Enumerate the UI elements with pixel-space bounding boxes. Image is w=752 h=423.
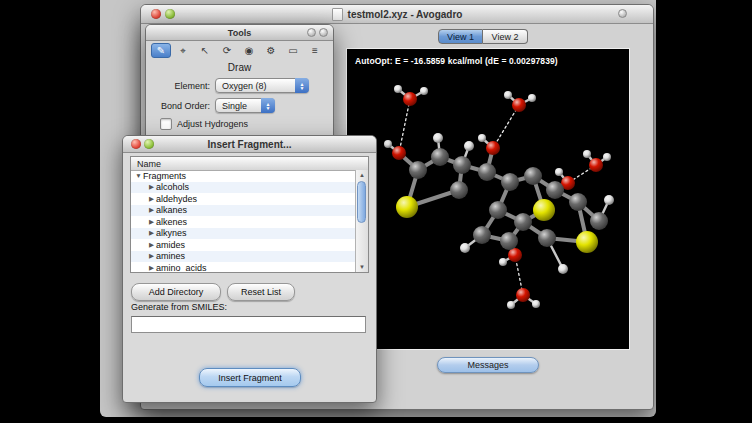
bond-order-dropdown-value: Single	[222, 101, 247, 111]
view-tabbar: View 1 View 2	[438, 29, 528, 44]
window-title: testmol2.xyz - Avogadro	[348, 9, 463, 20]
messages-button[interactable]: Messages	[437, 357, 539, 373]
auto-optimize-tool-icon: ⚙	[267, 45, 276, 56]
reset-list-button[interactable]: Reset List	[227, 283, 295, 301]
smiles-input[interactable]	[131, 316, 366, 333]
disclosure-triangle-icon[interactable]: ▶	[147, 252, 156, 260]
tab-view-2-label: View 2	[492, 32, 519, 42]
adjust-hydrogens-checkbox[interactable]	[160, 118, 172, 130]
molecule-render	[347, 49, 629, 349]
close-button[interactable]	[151, 9, 161, 19]
disclosure-triangle-icon[interactable]: ▶	[147, 218, 156, 226]
tab-view-2[interactable]: View 2	[483, 29, 528, 44]
tools-window: Tools ✎⌖↖⟳◉⚙▭≡ Draw Element: Oxygen (8) …	[145, 24, 334, 140]
tree-item-aldehydes[interactable]: ▶aldehydes	[131, 193, 355, 205]
tree-item-amides[interactable]: ▶amides	[131, 239, 355, 251]
element-dropdown[interactable]: Oxygen (8) ▲▼	[215, 78, 309, 93]
element-dropdown-value: Oxygen (8)	[222, 81, 267, 91]
minimize-button[interactable]	[165, 9, 175, 19]
fragment-window-title: Insert Fragment...	[208, 139, 292, 150]
tools-window-titlebar[interactable]: Tools	[146, 25, 333, 41]
auto-rotate-tool-icon: ⟳	[223, 45, 231, 56]
fragment-listbox: Name ▼Fragments▶alcohols▶aldehydes▶alkan…	[130, 156, 369, 273]
tree-item-alkynes[interactable]: ▶alkynes	[131, 228, 355, 240]
document-icon	[332, 8, 343, 21]
insert-fragment-button[interactable]: Insert Fragment	[199, 368, 301, 387]
draw-tool-button[interactable]: ✎	[151, 43, 171, 58]
list-header-name[interactable]: Name	[131, 157, 368, 171]
navigate-tool-icon: ⌖	[180, 45, 186, 57]
dropdown-arrows-icon: ▲▼	[261, 98, 275, 113]
main-window-titlebar[interactable]: testmol2.xyz - Avogadro	[141, 5, 653, 24]
tree-item-amines[interactable]: ▶amines	[131, 251, 355, 263]
tab-view-1-label: View 1	[447, 32, 474, 42]
minimize-button[interactable]	[144, 139, 154, 149]
tree-item-alcohols[interactable]: ▶alcohols	[131, 182, 355, 194]
tree-item-amino_acids[interactable]: ▶amino_acids	[131, 262, 355, 273]
navigate-tool-button[interactable]: ⌖	[173, 43, 193, 58]
tree-item-alkenes[interactable]: ▶alkenes	[131, 216, 355, 228]
tree-item-label: alcohols	[156, 182, 189, 192]
disclosure-triangle-icon[interactable]: ▼	[134, 172, 143, 179]
scroll-down-icon[interactable]: ▼	[356, 262, 368, 272]
insert-fragment-label: Insert Fragment	[218, 373, 282, 383]
add-directory-label: Add Directory	[149, 287, 204, 297]
draw-tool-icon: ✎	[157, 45, 165, 56]
messages-button-label: Messages	[467, 360, 508, 370]
measure-tool-icon: ▭	[288, 45, 297, 56]
tree-item-label: alkynes	[156, 228, 187, 238]
toolbar-toggle-button[interactable]	[618, 9, 627, 18]
align-tool-icon: ≡	[312, 45, 318, 56]
close-button[interactable]	[131, 139, 141, 149]
adjust-hydrogens-label: Adjust Hydrogens	[177, 119, 248, 129]
select-tool-button[interactable]: ↖	[195, 43, 215, 58]
select-tool-icon: ↖	[201, 45, 209, 56]
tree-item-label: aldehydes	[156, 194, 197, 204]
tree-item-fragments[interactable]: ▼Fragments	[131, 170, 355, 182]
bond-centric-tool-button[interactable]: ◉	[239, 43, 259, 58]
screen: testmol2.xyz - Avogadro View 1 View 2 Au…	[0, 0, 752, 423]
bond-centric-tool-icon: ◉	[245, 45, 254, 56]
bond-order-label: Bond Order:	[146, 101, 210, 111]
tools-window-button-1[interactable]	[307, 28, 316, 37]
tree-item-label: amines	[156, 251, 185, 261]
element-label: Element:	[146, 81, 210, 91]
disclosure-triangle-icon[interactable]: ▶	[147, 229, 156, 237]
fragment-window-titlebar[interactable]: Insert Fragment...	[123, 136, 376, 153]
tree-item-label: amino_acids	[156, 263, 207, 273]
insert-fragment-window: Insert Fragment... Name ▼Fragments▶alcoh…	[122, 135, 377, 403]
tab-view-1[interactable]: View 1	[438, 29, 483, 44]
auto-optimize-tool-button[interactable]: ⚙	[261, 43, 281, 58]
bond-order-dropdown[interactable]: Single ▲▼	[215, 98, 275, 113]
smiles-label: Generate from SMILES:	[131, 302, 227, 312]
dropdown-arrows-icon: ▲▼	[295, 78, 309, 93]
disclosure-triangle-icon[interactable]: ▶	[147, 183, 156, 191]
scrollbar-thumb[interactable]	[357, 181, 366, 223]
tree-item-label: amides	[156, 240, 185, 250]
add-directory-button[interactable]: Add Directory	[131, 283, 221, 301]
disclosure-triangle-icon[interactable]: ▶	[147, 241, 156, 249]
active-tool-label: Draw	[146, 62, 333, 73]
disclosure-triangle-icon[interactable]: ▶	[147, 264, 156, 272]
tools-toolbar: ✎⌖↖⟳◉⚙▭≡	[151, 43, 325, 58]
align-tool-button[interactable]: ≡	[305, 43, 325, 58]
scroll-up-icon[interactable]: ▲	[356, 170, 368, 180]
tools-window-title: Tools	[228, 28, 251, 38]
disclosure-triangle-icon[interactable]: ▶	[147, 206, 156, 214]
fragment-list: ▼Fragments▶alcohols▶aldehydes▶alkanes▶al…	[131, 170, 355, 272]
tree-item-label: Fragments	[143, 171, 186, 181]
tools-window-button-2[interactable]	[319, 28, 328, 37]
measure-tool-button[interactable]: ▭	[283, 43, 303, 58]
tree-item-label: alkenes	[156, 217, 187, 227]
disclosure-triangle-icon[interactable]: ▶	[147, 195, 156, 203]
list-scrollbar[interactable]: ▲ ▼	[355, 170, 368, 272]
auto-rotate-tool-button[interactable]: ⟳	[217, 43, 237, 58]
tree-item-label: alkanes	[156, 205, 187, 215]
tree-item-alkanes[interactable]: ▶alkanes	[131, 205, 355, 217]
reset-list-label: Reset List	[241, 287, 281, 297]
autoopt-status-text: AutoOpt: E = -16.5859 kcal/mol (dE = 0.0…	[355, 56, 558, 66]
molecule-viewport[interactable]: AutoOpt: E = -16.5859 kcal/mol (dE = 0.0…	[346, 48, 630, 350]
